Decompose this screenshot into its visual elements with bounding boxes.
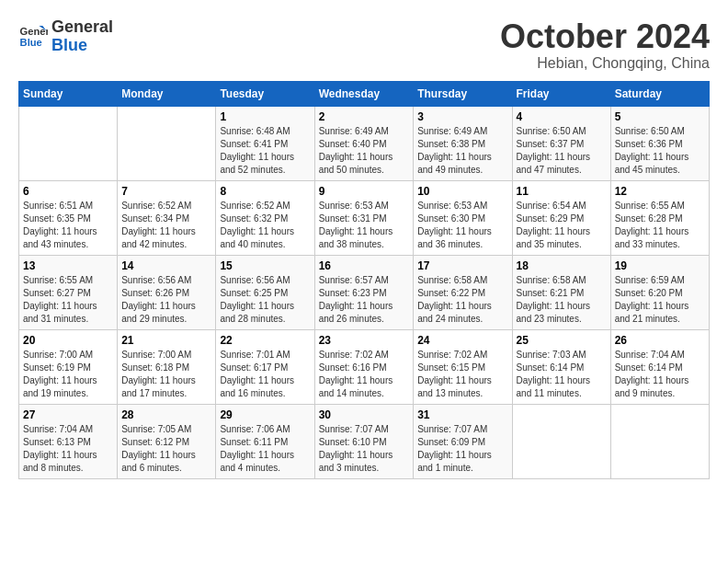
day-info: Sunrise: 7:07 AM Sunset: 6:10 PM Dayligh… [319,423,410,475]
calendar-table: SundayMondayTuesdayWednesdayThursdayFrid… [18,81,710,479]
day-info: Sunrise: 6:55 AM Sunset: 6:28 PM Dayligh… [615,200,705,251]
page-header: General Blue General Blue October 2024 H… [18,18,710,72]
day-info: Sunrise: 6:58 AM Sunset: 6:22 PM Dayligh… [417,274,507,326]
day-number: 14 [121,259,211,272]
day-number: 19 [615,259,705,272]
day-info: Sunrise: 6:58 AM Sunset: 6:21 PM Dayligh… [517,274,607,326]
day-number: 15 [220,259,310,272]
day-number: 28 [121,408,211,421]
calendar-cell: 5Sunrise: 6:50 AM Sunset: 6:36 PM Daylig… [610,106,709,180]
day-info: Sunrise: 6:52 AM Sunset: 6:34 PM Dayligh… [121,200,211,251]
day-info: Sunrise: 6:56 AM Sunset: 6:26 PM Dayligh… [121,274,211,326]
day-info: Sunrise: 6:52 AM Sunset: 6:32 PM Dayligh… [220,200,310,251]
day-info: Sunrise: 6:53 AM Sunset: 6:30 PM Dayligh… [417,200,507,251]
day-number: 9 [319,185,410,198]
weekday-header: Tuesday [216,81,314,106]
day-number: 25 [517,334,607,347]
logo-icon: General Blue [18,22,48,52]
day-number: 2 [319,110,410,123]
calendar-cell: 8Sunrise: 6:52 AM Sunset: 6:32 PM Daylig… [216,180,314,255]
day-number: 7 [121,185,211,198]
day-number: 11 [517,185,607,198]
calendar-week-row: 27Sunrise: 7:04 AM Sunset: 6:13 PM Dayli… [19,404,710,478]
logo-text-line1: General [51,18,113,37]
day-number: 6 [23,185,113,198]
calendar-cell: 7Sunrise: 6:52 AM Sunset: 6:34 PM Daylig… [118,180,216,255]
day-info: Sunrise: 7:05 AM Sunset: 6:12 PM Dayligh… [121,423,211,475]
calendar-cell [19,106,118,180]
calendar-cell: 4Sunrise: 6:50 AM Sunset: 6:37 PM Daylig… [512,106,610,180]
day-number: 5 [615,110,705,123]
day-info: Sunrise: 6:51 AM Sunset: 6:35 PM Dayligh… [23,200,113,251]
day-info: Sunrise: 6:48 AM Sunset: 6:41 PM Dayligh… [220,125,310,177]
location-title: Hebian, Chongqing, China [500,55,710,72]
calendar-cell: 19Sunrise: 6:59 AM Sunset: 6:20 PM Dayli… [610,255,709,329]
calendar-cell: 9Sunrise: 6:53 AM Sunset: 6:31 PM Daylig… [314,180,414,255]
calendar-cell: 20Sunrise: 7:00 AM Sunset: 6:19 PM Dayli… [19,329,118,404]
calendar-cell: 17Sunrise: 6:58 AM Sunset: 6:22 PM Dayli… [414,255,512,329]
calendar-cell: 12Sunrise: 6:55 AM Sunset: 6:28 PM Dayli… [610,180,709,255]
calendar-cell: 13Sunrise: 6:55 AM Sunset: 6:27 PM Dayli… [19,255,118,329]
calendar-cell: 26Sunrise: 7:04 AM Sunset: 6:14 PM Dayli… [610,329,709,404]
day-info: Sunrise: 6:49 AM Sunset: 6:40 PM Dayligh… [319,125,410,177]
day-info: Sunrise: 6:50 AM Sunset: 6:36 PM Dayligh… [615,125,705,177]
day-info: Sunrise: 7:06 AM Sunset: 6:11 PM Dayligh… [220,423,310,475]
day-info: Sunrise: 6:56 AM Sunset: 6:25 PM Dayligh… [220,274,310,326]
day-info: Sunrise: 7:03 AM Sunset: 6:14 PM Dayligh… [517,349,607,400]
svg-text:Blue: Blue [20,36,42,47]
day-number: 27 [23,408,113,421]
day-number: 16 [319,259,410,272]
day-number: 31 [417,408,507,421]
month-title: October 2024 [500,18,710,55]
weekday-header: Saturday [610,81,709,106]
calendar-cell: 15Sunrise: 6:56 AM Sunset: 6:25 PM Dayli… [216,255,314,329]
calendar-week-row: 20Sunrise: 7:00 AM Sunset: 6:19 PM Dayli… [19,329,710,404]
calendar-week-row: 1Sunrise: 6:48 AM Sunset: 6:41 PM Daylig… [19,106,710,180]
day-number: 30 [319,408,410,421]
calendar-week-row: 6Sunrise: 6:51 AM Sunset: 6:35 PM Daylig… [19,180,710,255]
day-number: 21 [121,334,211,347]
weekday-header: Friday [512,81,610,106]
day-info: Sunrise: 7:07 AM Sunset: 6:09 PM Dayligh… [417,423,507,475]
logo: General Blue General Blue [18,18,113,55]
day-number: 13 [23,259,113,272]
day-info: Sunrise: 7:01 AM Sunset: 6:17 PM Dayligh… [220,349,310,400]
calendar-cell: 21Sunrise: 7:00 AM Sunset: 6:18 PM Dayli… [118,329,216,404]
weekday-header-row: SundayMondayTuesdayWednesdayThursdayFrid… [19,81,710,106]
day-number: 17 [417,259,507,272]
calendar-cell: 14Sunrise: 6:56 AM Sunset: 6:26 PM Dayli… [118,255,216,329]
calendar-week-row: 13Sunrise: 6:55 AM Sunset: 6:27 PM Dayli… [19,255,710,329]
day-number: 4 [517,110,607,123]
weekday-header: Wednesday [314,81,414,106]
calendar-cell: 18Sunrise: 6:58 AM Sunset: 6:21 PM Dayli… [512,255,610,329]
title-section: October 2024 Hebian, Chongqing, China [500,18,710,72]
calendar-cell: 29Sunrise: 7:06 AM Sunset: 6:11 PM Dayli… [216,404,314,478]
day-info: Sunrise: 7:00 AM Sunset: 6:18 PM Dayligh… [121,349,211,400]
calendar-cell: 11Sunrise: 6:54 AM Sunset: 6:29 PM Dayli… [512,180,610,255]
calendar-cell: 3Sunrise: 6:49 AM Sunset: 6:38 PM Daylig… [414,106,512,180]
weekday-header: Monday [118,81,216,106]
day-info: Sunrise: 7:02 AM Sunset: 6:15 PM Dayligh… [417,349,507,400]
weekday-header: Thursday [414,81,512,106]
calendar-cell [512,404,610,478]
calendar-cell: 16Sunrise: 6:57 AM Sunset: 6:23 PM Dayli… [314,255,414,329]
day-number: 29 [220,408,310,421]
calendar-cell: 28Sunrise: 7:05 AM Sunset: 6:12 PM Dayli… [118,404,216,478]
day-number: 1 [220,110,310,123]
day-info: Sunrise: 7:02 AM Sunset: 6:16 PM Dayligh… [319,349,410,400]
day-info: Sunrise: 6:55 AM Sunset: 6:27 PM Dayligh… [23,274,113,326]
calendar-cell: 30Sunrise: 7:07 AM Sunset: 6:10 PM Dayli… [314,404,414,478]
day-number: 20 [23,334,113,347]
day-number: 22 [220,334,310,347]
day-info: Sunrise: 6:59 AM Sunset: 6:20 PM Dayligh… [615,274,705,326]
calendar-cell: 22Sunrise: 7:01 AM Sunset: 6:17 PM Dayli… [216,329,314,404]
calendar-cell: 6Sunrise: 6:51 AM Sunset: 6:35 PM Daylig… [19,180,118,255]
day-info: Sunrise: 6:57 AM Sunset: 6:23 PM Dayligh… [319,274,410,326]
day-info: Sunrise: 6:50 AM Sunset: 6:37 PM Dayligh… [517,125,607,177]
day-number: 3 [417,110,507,123]
day-number: 10 [417,185,507,198]
calendar-cell: 24Sunrise: 7:02 AM Sunset: 6:15 PM Dayli… [414,329,512,404]
calendar-cell: 25Sunrise: 7:03 AM Sunset: 6:14 PM Dayli… [512,329,610,404]
day-number: 26 [615,334,705,347]
day-number: 24 [417,334,507,347]
